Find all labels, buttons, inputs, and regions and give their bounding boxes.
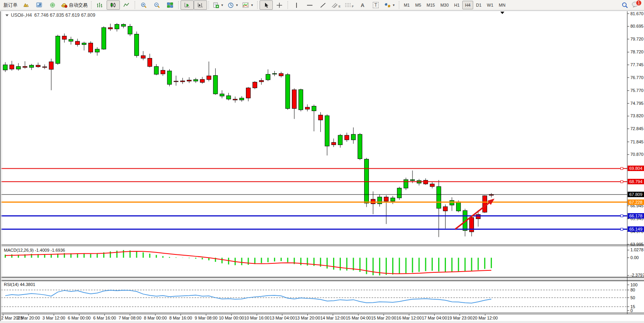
window-bottom-strip	[0, 321, 644, 323]
chart-canvas[interactable]	[0, 0, 644, 323]
